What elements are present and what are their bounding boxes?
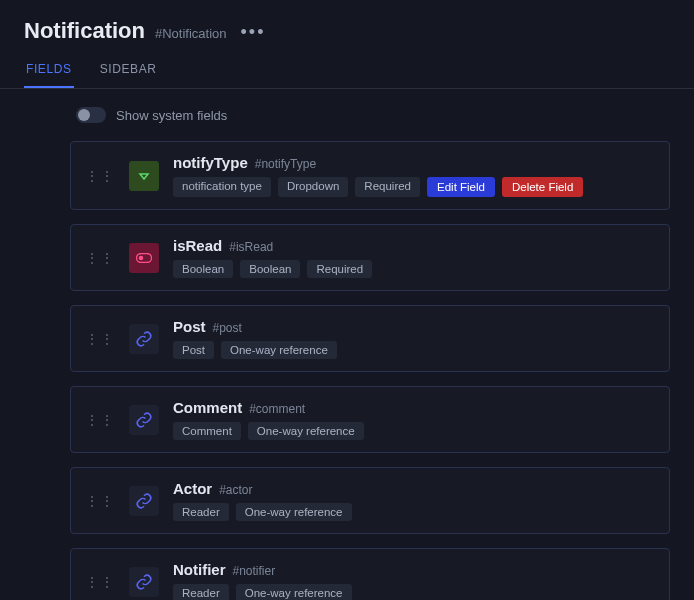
fields-list: ⋮⋮notifyType#notifyTypenotification type… xyxy=(70,141,670,600)
badge-row: notification typeDropdownRequiredEdit Fi… xyxy=(173,177,655,197)
badge-row: ReaderOne-way reference xyxy=(173,503,655,521)
field-card[interactable]: ⋮⋮Actor#actorReaderOne-way reference xyxy=(70,467,670,534)
field-body: notifyType#notifyTypenotification typeDr… xyxy=(173,154,655,197)
drag-handle[interactable]: ⋮⋮ xyxy=(85,251,115,265)
field-card[interactable]: ⋮⋮Comment#commentCommentOne-way referenc… xyxy=(70,386,670,453)
field-body: Comment#commentCommentOne-way reference xyxy=(173,399,655,440)
drag-handle[interactable]: ⋮⋮ xyxy=(85,332,115,346)
field-badge: One-way reference xyxy=(236,503,352,521)
field-badge: One-way reference xyxy=(236,584,352,600)
field-name: Comment xyxy=(173,399,242,416)
field-name: Actor xyxy=(173,480,212,497)
field-name: notifyType xyxy=(173,154,248,171)
more-options-button[interactable]: ••• xyxy=(241,23,266,41)
link-icon xyxy=(129,405,159,435)
field-badge: Post xyxy=(173,341,214,359)
page-slug: #Notification xyxy=(155,26,227,41)
field-card[interactable]: ⋮⋮notifyType#notifyTypenotification type… xyxy=(70,141,670,210)
edit-field-button[interactable]: Edit Field xyxy=(427,177,495,197)
field-body: isRead#isReadBooleanBooleanRequired xyxy=(173,237,655,278)
field-slug: #comment xyxy=(249,402,305,416)
tab-sidebar[interactable]: SIDEBAR xyxy=(98,52,159,88)
field-badge: One-way reference xyxy=(248,422,364,440)
field-name: Post xyxy=(173,318,206,335)
boolean-icon xyxy=(129,243,159,273)
badge-row: CommentOne-way reference xyxy=(173,422,655,440)
link-icon xyxy=(129,324,159,354)
page-title: Notification xyxy=(24,18,145,44)
field-card[interactable]: ⋮⋮Post#postPostOne-way reference xyxy=(70,305,670,372)
field-badge: Comment xyxy=(173,422,241,440)
toggle-knob xyxy=(78,109,90,121)
field-badge: notification type xyxy=(173,177,271,197)
field-badge: Reader xyxy=(173,584,229,600)
field-badge: Boolean xyxy=(240,260,300,278)
field-card[interactable]: ⋮⋮Notifier#notifierReaderOne-way referen… xyxy=(70,548,670,600)
field-badge: Reader xyxy=(173,503,229,521)
drag-handle[interactable]: ⋮⋮ xyxy=(85,494,115,508)
field-card[interactable]: ⋮⋮isRead#isReadBooleanBooleanRequired xyxy=(70,224,670,291)
field-slug: #notifyType xyxy=(255,157,316,171)
field-slug: #post xyxy=(213,321,242,335)
field-badge: Required xyxy=(307,260,372,278)
delete-field-button[interactable]: Delete Field xyxy=(502,177,583,197)
field-badge: Required xyxy=(355,177,420,197)
badge-row: PostOne-way reference xyxy=(173,341,655,359)
field-slug: #notifier xyxy=(233,564,276,578)
svg-marker-0 xyxy=(140,174,148,179)
field-body: Notifier#notifierReaderOne-way reference xyxy=(173,561,655,600)
tab-bar: FIELDS SIDEBAR xyxy=(0,52,694,89)
show-system-fields-label: Show system fields xyxy=(116,108,227,123)
field-name: isRead xyxy=(173,237,222,254)
field-slug: #actor xyxy=(219,483,252,497)
field-badge: Dropdown xyxy=(278,177,348,197)
badge-row: BooleanBooleanRequired xyxy=(173,260,655,278)
show-system-fields-toggle[interactable] xyxy=(76,107,106,123)
drag-handle[interactable]: ⋮⋮ xyxy=(85,575,115,589)
field-body: Post#postPostOne-way reference xyxy=(173,318,655,359)
field-slug: #isRead xyxy=(229,240,273,254)
drag-handle[interactable]: ⋮⋮ xyxy=(85,169,115,183)
dropdown-icon xyxy=(129,161,159,191)
field-name: Notifier xyxy=(173,561,226,578)
svg-point-2 xyxy=(139,255,144,260)
link-icon xyxy=(129,486,159,516)
field-body: Actor#actorReaderOne-way reference xyxy=(173,480,655,521)
field-badge: One-way reference xyxy=(221,341,337,359)
field-badge: Boolean xyxy=(173,260,233,278)
drag-handle[interactable]: ⋮⋮ xyxy=(85,413,115,427)
tab-fields[interactable]: FIELDS xyxy=(24,52,74,88)
badge-row: ReaderOne-way reference xyxy=(173,584,655,600)
link-icon xyxy=(129,567,159,597)
